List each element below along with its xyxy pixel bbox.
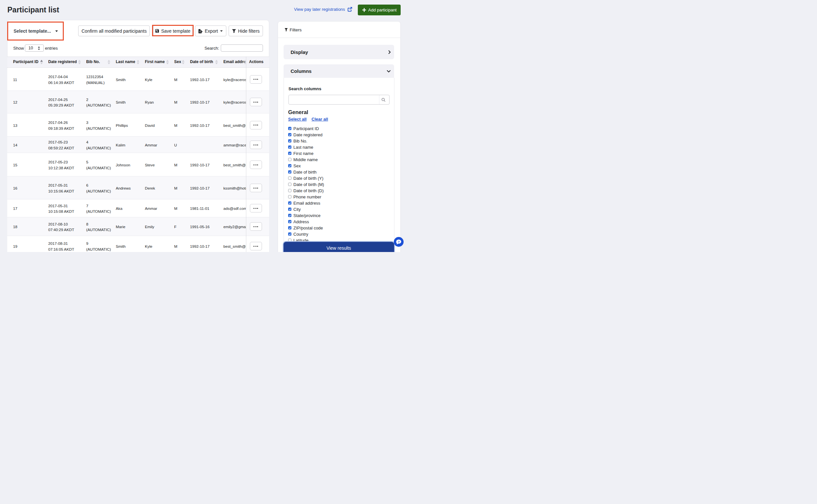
svg-text:?: ? bbox=[398, 240, 400, 243]
